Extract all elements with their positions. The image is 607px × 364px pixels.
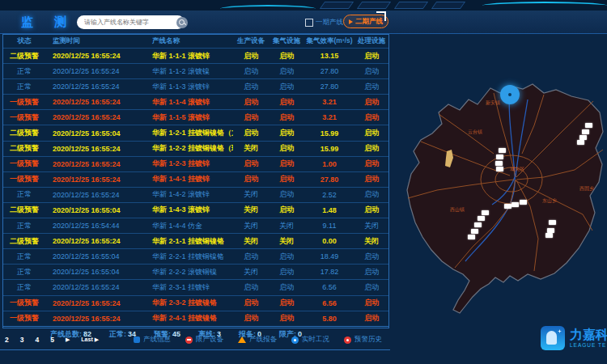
cell-status: 正常 — [3, 282, 45, 293]
table-row[interactable]: 二级预警2020/12/25 16:55:04华新 1-4-3 滚镀锌关闭启动1… — [3, 202, 388, 218]
cell-eff: 13.15 — [304, 52, 354, 60]
cell-status: 二级预警 — [3, 205, 45, 215]
cell-line: 华新 1-4-3 滚镀锌 — [149, 205, 233, 215]
cell-line: 华新 1-4-4 仿金 — [149, 221, 233, 231]
cell-eff: 18.49 — [304, 252, 354, 260]
facility-marker[interactable] — [478, 216, 485, 221]
brand-name-cn: 力嘉科技 — [570, 328, 607, 341]
phase1-checkbox[interactable]: 一期产线 — [305, 18, 343, 28]
cell-time: 2020/12/25 16:55:24 — [45, 145, 149, 153]
facility-marker[interactable] — [495, 161, 503, 166]
page-button[interactable]: 3 — [20, 336, 24, 344]
cell-gas: 启动 — [269, 112, 304, 123]
facility-marker[interactable] — [582, 129, 589, 134]
cell-treat: 启动 — [354, 128, 388, 138]
map-label: 西固乡 — [579, 185, 594, 193]
facility-marker[interactable] — [468, 235, 475, 239]
page-button[interactable]: 4 — [35, 336, 39, 344]
cell-eff: 3.21 — [304, 113, 354, 121]
table-row[interactable]: 一级预警2020/12/25 16:55:24华新 1-1-4 滚镀锌启动启动3… — [3, 94, 388, 109]
search-box[interactable] — [77, 15, 185, 29]
cell-gas: 启动 — [269, 205, 304, 215]
table-row[interactable]: 正常2020/12/25 16:54:44华新 1-4-4 仿金关闭关闭9.11… — [3, 218, 388, 233]
search-input[interactable] — [77, 19, 176, 26]
table-row[interactable]: 一级预警2020/12/25 16:55:24华新 1-1-5 滚镀锌启动启动3… — [3, 109, 388, 125]
facility-marker[interactable] — [545, 233, 553, 238]
city-map[interactable]: 新安镇云台镇城关区西山镇东山乡西固乡 — [388, 77, 607, 360]
table-row[interactable]: 正常2020/12/25 16:55:24华新 2-3-1 挂镀锌启动启动6.5… — [3, 279, 388, 294]
cell-time: 2020/12/25 16:55:04 — [45, 252, 149, 260]
legend-item[interactable]: 预警历史 — [344, 335, 382, 345]
table-row[interactable]: 正常2020/12/25 16:55:04华新 2-2-1 挂镀铜镍铬启动启动1… — [3, 248, 388, 264]
legend-item[interactable]: 限产设备 — [185, 335, 223, 345]
circle-icon — [185, 336, 193, 344]
facility-marker[interactable] — [496, 154, 503, 159]
cell-line: 华新 2-1-1 挂镀铜镍铬 — [149, 236, 233, 247]
cell-line: 华新 1-2-2 挂镀铜镍铬（环形线） — [149, 143, 233, 154]
table-row[interactable]: 一级预警2020/12/25 16:55:24华新 2-3-2 挂镀镍铬启动启动… — [3, 295, 388, 311]
cell-gas: 启动 — [269, 282, 304, 293]
alert-marker[interactable] — [500, 85, 520, 104]
cell-time: 2020/12/25 16:55:24 — [45, 160, 149, 168]
facility-marker[interactable] — [474, 222, 482, 227]
next-page-button[interactable]: ▶ — [66, 336, 70, 343]
facility-marker[interactable] — [577, 140, 584, 145]
table-row[interactable]: 一级预警2020/12/25 16:55:24华新 1-4-1 挂镀锌启动启动2… — [3, 171, 388, 187]
facility-marker[interactable] — [496, 167, 503, 171]
table-row[interactable]: 正常2020/12/25 16:55:24华新 1-1-3 滚镀锌启动启动27.… — [3, 78, 388, 94]
table-row[interactable]: 一级预警2020/12/25 16:55:24华新 1-2-3 挂镀锌启动启动1… — [3, 156, 388, 171]
facility-marker[interactable] — [549, 220, 556, 225]
cell-gas: 启动 — [269, 97, 304, 108]
cell-gas: 启动 — [269, 82, 304, 92]
table-row[interactable]: 正常2020/12/25 16:55:04华新 2-2-2 滚镀铜镍关闭启动17… — [3, 264, 388, 279]
facility-marker[interactable] — [499, 148, 506, 153]
cell-gas: 启动 — [269, 313, 304, 324]
cell-status: 二级预警 — [3, 143, 45, 154]
cell-treat: 启动 — [354, 282, 388, 293]
legend-item[interactable]: 产线报备 — [238, 335, 277, 345]
last-page-button[interactable]: Last ▶ — [81, 336, 99, 343]
facility-marker[interactable] — [520, 200, 527, 205]
cell-line: 华新 1-1-3 滚镀锌 — [149, 82, 233, 92]
table-row[interactable]: 正常2020/12/25 16:55:24华新 1-4-2 滚镀锌关闭启动2.5… — [3, 187, 388, 202]
cell-eff: 17.82 — [304, 268, 354, 276]
decor-shapes — [322, 2, 463, 9]
checkbox-icon[interactable] — [305, 19, 313, 27]
cell-line: 华新 1-1-5 滚镀锌 — [149, 112, 233, 123]
table-row[interactable]: 二级预警2020/12/25 16:55:24华新 1-2-2 挂镀铜镍铬（环形… — [3, 141, 388, 156]
cell-prod: 启动 — [233, 159, 269, 169]
cell-eff: 15.99 — [304, 129, 354, 138]
cell-status: 二级预警 — [3, 128, 45, 138]
cell-time: 2020/12/25 16:55:24 — [45, 315, 149, 323]
search-icon[interactable] — [176, 17, 188, 28]
cell-time: 2020/12/25 16:55:24 — [45, 83, 149, 91]
phase1-label: 一期产线 — [316, 18, 343, 28]
facility-marker[interactable] — [511, 202, 519, 207]
map-label: 城关区 — [510, 166, 524, 173]
table-row[interactable]: 二级预警2020/12/25 16:55:04华新 1-2-1 挂镀铜镍铬（龙门… — [3, 125, 388, 140]
legend-item[interactable]: 产线信息 — [134, 335, 171, 345]
cell-eff: 6.56 — [304, 283, 354, 291]
page-button[interactable]: 2 — [5, 336, 9, 344]
cell-treat: 关闭 — [354, 236, 388, 247]
cell-gas: 启动 — [269, 128, 304, 138]
table-row[interactable]: 一级预警2020/12/25 16:55:24华新 2-4-1 挂镀镍铬启动启动… — [3, 311, 388, 326]
cell-status: 一级预警 — [3, 159, 45, 169]
triangle-icon — [238, 336, 246, 343]
cell-eff: 27.80 — [304, 67, 354, 75]
cell-status: 正常 — [3, 252, 45, 262]
brand-logo: 力嘉科技 LEAGUE TE — [541, 326, 607, 350]
table-row[interactable]: 二级预警2020/12/25 16:55:24华新 1-1-1 滚镀锌启动启动1… — [3, 48, 388, 63]
table-row[interactable]: 二级预警2020/12/25 16:55:24华新 2-1-1 挂镀铜镍铬关闭关… — [3, 233, 388, 248]
facility-marker[interactable] — [504, 204, 511, 209]
cell-time: 2020/12/25 16:55:04 — [45, 206, 149, 214]
facility-marker[interactable] — [585, 123, 592, 128]
col-status: 状态 — [3, 36, 45, 46]
facility-marker[interactable] — [482, 210, 489, 215]
table-row[interactable]: 正常2020/12/25 16:55:24华新 1-1-2 滚镀镍启动启动27.… — [3, 63, 388, 78]
decor-swoosh-right — [482, 2, 607, 10]
page-button[interactable]: 5 — [50, 336, 54, 344]
legend-item[interactable]: 实时工况 — [291, 335, 329, 345]
corner-bracket-decor — [376, 11, 386, 21]
facility-marker[interactable] — [471, 229, 478, 234]
